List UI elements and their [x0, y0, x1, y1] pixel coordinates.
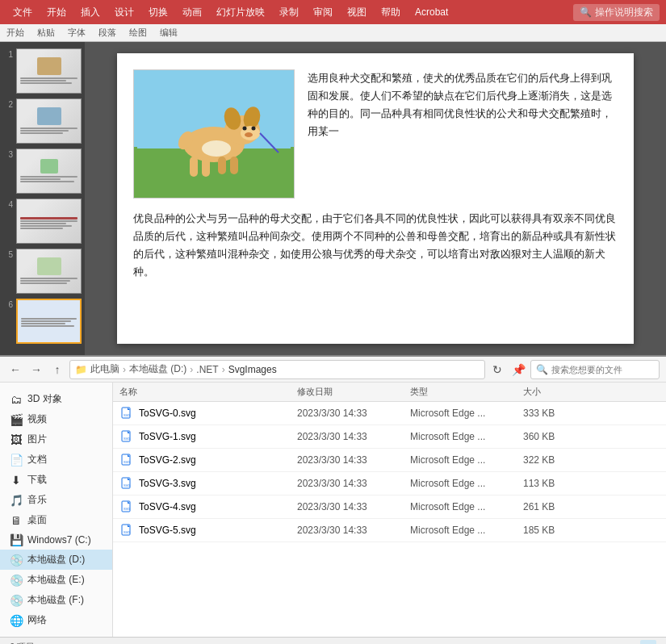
sidebar-item-desktop[interactable]: 🖥 桌面	[0, 510, 112, 530]
sidebar-item-3d[interactable]: 🗂 3D 对象	[0, 389, 112, 409]
slide-img-1[interactable]	[16, 48, 82, 94]
sidebar-label-3d: 3D 对象	[27, 392, 62, 406]
search-icon: 🔍	[536, 364, 548, 375]
menu-slideshow[interactable]: 幻灯片放映	[210, 2, 271, 23]
sidebar-item-video[interactable]: 🎬 视频	[0, 409, 112, 429]
menu-switch[interactable]: 切换	[142, 2, 174, 23]
menu-record[interactable]: 录制	[273, 2, 305, 23]
sidebar-item-drive-f[interactable]: 💿 本地磁盘 (F:)	[0, 590, 112, 610]
slide-thumb-2[interactable]: 2	[3, 98, 82, 144]
slide-num-4: 4	[3, 199, 13, 209]
search-placeholder: 操作说明搜索	[595, 6, 653, 19]
menu-acrobat[interactable]: Acrobat	[408, 3, 454, 21]
menu-insert[interactable]: 插入	[74, 2, 107, 23]
breadcrumb-pc[interactable]: 此电脑	[90, 362, 119, 376]
sidebar-label-documents: 文档	[27, 453, 47, 466]
breadcrumb-sep-2: ›	[190, 364, 193, 375]
file-row[interactable]: SVG ToSVG-0.svg 2023/3/30 14:33 Microsof…	[113, 402, 666, 425]
file-size: 333 KB	[523, 408, 588, 419]
file-row[interactable]: SVG ToSVG-2.svg 2023/3/30 14:33 Microsof…	[113, 449, 666, 472]
slide-num-1: 1	[3, 48, 13, 59]
sidebar-item-downloads[interactable]: ⬇ 下载	[0, 470, 112, 490]
svg-text:SVG: SVG	[124, 483, 130, 487]
slide-num-6: 6	[3, 299, 13, 309]
file-row[interactable]: SVG ToSVG-4.svg 2023/3/30 14:33 Microsof…	[113, 496, 666, 519]
file-row[interactable]: SVG ToSVG-3.svg 2023/3/30 14:33 Microsof…	[113, 472, 666, 496]
slide-img-3[interactable]	[16, 148, 82, 194]
breadcrumb-current[interactable]: SvgImages	[228, 364, 277, 375]
nav-forward-button[interactable]: →	[27, 361, 45, 378]
col-header-name[interactable]: 名称	[119, 386, 297, 398]
file-date: 2023/3/30 14:33	[297, 454, 410, 466]
col-header-type[interactable]: 类型	[410, 386, 523, 398]
nav-back-button[interactable]: ←	[6, 361, 24, 378]
file-size: 360 KB	[523, 431, 588, 442]
slide-canvas: 选用良种犬交配和繁殖，使犬的优秀品质在它们的后代身上得到巩固和发展。使人们不希望…	[117, 53, 634, 344]
slide-thumb-1[interactable]: 1	[3, 48, 82, 94]
file-type: Microsoft Edge ...	[410, 478, 523, 489]
file-name-cell: SVG ToSVG-4.svg	[119, 500, 297, 514]
file-date: 2023/3/30 14:33	[297, 478, 410, 489]
file-list: 名称 修改日期 类型 大小 SVG ToSVG-0.svg 2023/3/30 …	[113, 383, 666, 637]
sidebar-item-drive-d[interactable]: 💿 本地磁盘 (D:)	[0, 550, 112, 570]
search-input[interactable]	[551, 365, 654, 374]
explorer-sidebar: 🗂 3D 对象 🎬 视频 🖼 图片 📄 文档 ⬇ 下载 🎵 音乐	[0, 383, 113, 637]
ribbon-paste[interactable]: 粘贴	[37, 27, 55, 39]
file-size: 322 KB	[523, 454, 588, 466]
slide-img-4[interactable]	[16, 199, 82, 244]
menu-start[interactable]: 开始	[40, 2, 73, 23]
drive-d-icon: 💿	[10, 554, 23, 567]
sidebar-item-network[interactable]: 🌐 网络	[0, 610, 112, 630]
sidebar-label-video: 视频	[27, 412, 47, 426]
detail-view-button[interactable]: ⊞	[640, 640, 656, 645]
ribbon-paragraph: 段落	[98, 27, 116, 39]
pin-button[interactable]: 📌	[509, 361, 527, 378]
slide-img-2[interactable]	[16, 98, 82, 144]
search-box[interactable]: 🔍	[530, 360, 660, 379]
file-row[interactable]: SVG ToSVG-5.svg 2023/3/30 14:33 Microsof…	[113, 519, 666, 542]
svg-point-8	[252, 126, 256, 130]
svg-point-9	[245, 132, 253, 137]
sidebar-item-music[interactable]: 🎵 音乐	[0, 490, 112, 510]
ppt-content: 1 2	[0, 42, 666, 355]
slide-thumb-5[interactable]: 5	[3, 249, 82, 294]
refresh-button[interactable]: ↻	[488, 361, 506, 378]
breadcrumb-net[interactable]: .NET	[196, 364, 218, 375]
ribbon-home[interactable]: 开始	[6, 27, 24, 39]
svg-text:SVG: SVG	[124, 437, 130, 441]
breadcrumb-drive[interactable]: 本地磁盘 (D:)	[129, 362, 186, 376]
menu-animation[interactable]: 动画	[176, 2, 208, 23]
slide-img-6[interactable]	[16, 299, 82, 344]
address-bar[interactable]: 📁 此电脑 › 本地磁盘 (D:) › .NET › SvgImages	[69, 360, 485, 379]
main-slide-area[interactable]: 选用良种犬交配和繁殖，使犬的优秀品质在它们的后代身上得到巩固和发展。使人们不希望…	[85, 42, 666, 355]
file-row[interactable]: SVG ToSVG-1.svg 2023/3/30 14:33 Microsof…	[113, 425, 666, 449]
file-name: ToSVG-0.svg	[139, 408, 196, 419]
file-type: Microsoft Edge ...	[410, 454, 523, 466]
sidebar-item-drive-e[interactable]: 💿 本地磁盘 (E:)	[0, 570, 112, 590]
list-view-button[interactable]: ≡	[621, 640, 637, 645]
menu-file[interactable]: 文件	[6, 2, 39, 23]
folder-icon: 📁	[75, 364, 87, 375]
slide-img-5[interactable]	[16, 249, 82, 294]
drive-e-icon: 💿	[10, 574, 23, 587]
nav-up-button[interactable]: ↑	[48, 361, 66, 378]
slide-thumb-3[interactable]: 3	[3, 148, 82, 194]
col-header-date[interactable]: 修改日期	[297, 386, 410, 398]
sidebar-item-windows7[interactable]: 💾 Windows7 (C:)	[0, 530, 112, 550]
menu-help[interactable]: 帮助	[375, 2, 407, 23]
menu-design[interactable]: 设计	[108, 2, 140, 23]
file-name: ToSVG-5.svg	[139, 525, 196, 536]
slide-thumb-6[interactable]: 6	[3, 299, 82, 344]
menu-search-box[interactable]: 🔍 操作说明搜索	[573, 4, 660, 21]
file-date: 2023/3/30 14:33	[297, 431, 410, 442]
menu-review[interactable]: 审阅	[307, 2, 339, 23]
sidebar-item-pictures[interactable]: 🖼 图片	[0, 429, 112, 450]
file-name: ToSVG-4.svg	[139, 501, 196, 512]
sidebar-item-documents[interactable]: 📄 文档	[0, 450, 112, 470]
file-name-cell: SVG ToSVG-2.svg	[119, 453, 297, 467]
menu-view[interactable]: 视图	[341, 2, 373, 23]
col-header-size[interactable]: 大小	[523, 386, 588, 398]
file-name: ToSVG-1.svg	[139, 431, 196, 442]
slide-thumb-4[interactable]: 4	[3, 199, 82, 244]
ribbon-font: 字体	[68, 27, 86, 39]
